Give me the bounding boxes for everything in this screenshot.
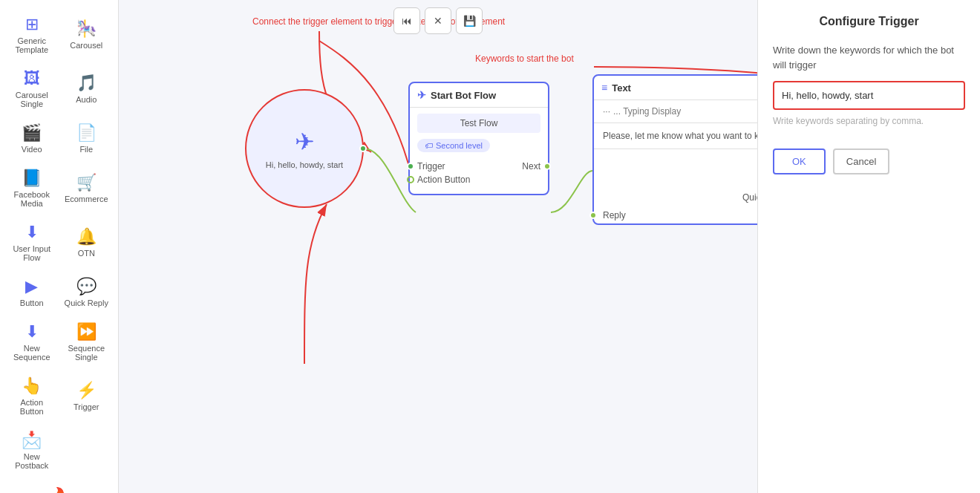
next-output-socket[interactable]	[543, 163, 551, 170]
right-panel: Configure Trigger Write down the keyword…	[757, 0, 980, 493]
sidebar-item-ecommerce[interactable]: 🛒 Ecommerce	[61, 163, 113, 214]
tag-icon: 🏷	[425, 141, 433, 150]
trigger-input-socket[interactable]	[407, 163, 414, 170]
trigger-icon: ⚡	[76, 381, 97, 400]
start-bot-flow-body: Test Flow 🏷 Second level Trigger Next Ac…	[410, 108, 548, 194]
flow-tag: 🏷 Second level	[417, 139, 490, 152]
sidebar-item-generic-template[interactable]: ⊞ Generic Template	[6, 9, 58, 60]
sidebar-item-label: File	[79, 145, 93, 154]
file-icon: 📄	[76, 123, 97, 143]
sidebar-item-label: Trigger	[74, 402, 99, 411]
action-button-row: Action Button	[417, 174, 540, 185]
sidebar-item-label: Carousel	[70, 41, 102, 50]
cancel-button[interactable]: Cancel	[833, 148, 889, 174]
reply-input-socket[interactable]	[589, 212, 597, 219]
sidebar-item-new-sequence[interactable]: ⬇ New Sequence	[6, 316, 58, 368]
ok-button[interactable]: OK	[773, 148, 826, 174]
fit-button[interactable]: ✕	[425, 7, 451, 34]
sidebar-item-label: Action Button	[9, 398, 55, 416]
grid-icon: ⊞	[25, 15, 39, 34]
video-icon: 🎬	[22, 123, 42, 143]
sidebar-item-label: Quick Reply	[65, 298, 108, 307]
sidebar-item-carousel[interactable]: 🎠 Carousel	[61, 9, 113, 60]
carousel-icon: 🎠	[76, 19, 97, 39]
sidebar: ⊞ Generic Template 🎠 Carousel 🖼 Carousel…	[0, 0, 119, 493]
ecommerce-icon: 🛒	[76, 173, 97, 192]
sidebar-item-trigger[interactable]: ⚡ Trigger	[61, 370, 113, 422]
sidebar-item-new-postback[interactable]: 📩 New Postback	[6, 425, 58, 476]
reset-button[interactable]: ⏮	[393, 7, 420, 34]
save-button[interactable]: 💾	[456, 7, 483, 34]
sidebar-item-label: Facebook Media	[9, 190, 55, 208]
sidebar-item-label: New Sequence	[9, 344, 55, 362]
plane-icon: ✈	[295, 128, 315, 156]
typing-left: ··· ... Typing Display	[603, 106, 681, 117]
toolbar: ⏮ ✕ 💾	[393, 7, 483, 34]
text-node[interactable]: ≡ Text ··· ... Typing Display 3 sec Plea…	[592, 74, 757, 225]
next-row: Next	[594, 149, 757, 169]
sidebar-item-carousel-single[interactable]: 🖼 Carousel Single	[6, 63, 58, 114]
facebook-icon: 📘	[22, 169, 42, 188]
panel-buttons: OK Cancel	[773, 148, 965, 174]
keywords-input[interactable]	[773, 81, 965, 110]
panel-hint: Write keywords separating by comma.	[773, 116, 965, 126]
sidebar-item-sequence-single[interactable]: ⏩ Sequence Single	[61, 316, 113, 368]
panel-title: Configure Trigger	[773, 15, 965, 28]
sidebar-item-label: Video	[22, 145, 42, 154]
new-sequence-icon: ⬇	[25, 322, 39, 342]
annotation-keywords-start: Keywords to start the bot	[475, 53, 574, 64]
sidebar-item-label: OTN	[78, 249, 95, 258]
sidebar-item-video[interactable]: 🎬 Video	[6, 117, 58, 160]
user-input-icon: ⬇	[25, 223, 39, 242]
sidebar-item-facebook-media[interactable]: 📘 Facebook Media	[6, 163, 58, 214]
main-canvas: ⏮ ✕ 💾 Connect the trigger element to tri…	[119, 0, 757, 493]
text-node-header: ≡ Text	[594, 76, 757, 100]
sidebar-item-button[interactable]: ▶ Button	[6, 271, 58, 313]
sidebar-item-label: User Input Flow	[9, 244, 55, 262]
quick-replies-row: Quick Replies	[594, 188, 757, 207]
trigger-circle-node[interactable]: ✈ Hi, hello, howdy, start	[245, 89, 364, 208]
sidebar-item-audio[interactable]: 🎵 Audio	[61, 63, 113, 114]
trigger-keywords: Hi, hello, howdy, start	[258, 160, 350, 169]
new-postback-icon: 📩	[22, 431, 42, 450]
flow-name: Test Flow	[417, 114, 540, 133]
quick-reply-icon: 💬	[76, 277, 97, 296]
sidebar-item-user-input-flow[interactable]: ⬇ User Input Flow	[6, 217, 58, 268]
start-bot-flow-node[interactable]: ✈ Start Bot Flow Test Flow 🏷 Second leve…	[408, 82, 549, 195]
sidebar-item-label: Sequence Single	[64, 344, 110, 362]
action-button-socket[interactable]	[407, 176, 414, 183]
sidebar-item-label: Generic Template	[9, 36, 55, 54]
trigger-socket-right[interactable]	[359, 145, 367, 152]
sequence-single-icon: ⏩	[76, 322, 97, 342]
sidebar-item-quick-reply[interactable]: 💬 Quick Reply	[61, 271, 113, 313]
sidebar-item-otn[interactable]: 🔔 OTN	[61, 217, 113, 268]
sidebar-item-label: Button	[20, 298, 44, 307]
ellipsis-icon: ···	[603, 106, 610, 117]
typing-row: ··· ... Typing Display 3 sec	[594, 100, 757, 123]
sidebar-item-label: Audio	[76, 95, 97, 104]
sidebar-item-label: Carousel Single	[9, 91, 55, 108]
otn-icon: 🔔	[76, 227, 97, 246]
start-bot-flow-header: ✈ Start Bot Flow	[410, 83, 548, 108]
buttons-row: Buttons	[594, 169, 757, 188]
text-message: Please, let me know what you want to kno…	[594, 123, 757, 149]
sidebar-item-action-button[interactable]: 👆 Action Button	[6, 370, 58, 422]
start-icon: ✈	[417, 89, 426, 101]
carousel-single-icon: 🖼	[24, 69, 40, 88]
action-button-icon: 👆	[22, 376, 42, 396]
sidebar-item-label: New Postback	[9, 452, 55, 470]
audio-icon: 🎵	[76, 74, 97, 93]
reply-row: Reply	[594, 207, 757, 223]
text-icon: ≡	[601, 82, 607, 94]
button-icon: ▶	[25, 277, 38, 296]
sidebar-item-label: Ecommerce	[65, 195, 108, 203]
sidebar-item-file[interactable]: 📄 File	[61, 117, 113, 160]
sidebar-grid: ⊞ Generic Template 🎠 Carousel 🖼 Carousel…	[0, 6, 118, 479]
panel-description: Write down the keywords for which the bo…	[773, 43, 965, 72]
trigger-row: Trigger Next	[417, 161, 540, 172]
bottom-logo: 🔥	[0, 479, 118, 493]
